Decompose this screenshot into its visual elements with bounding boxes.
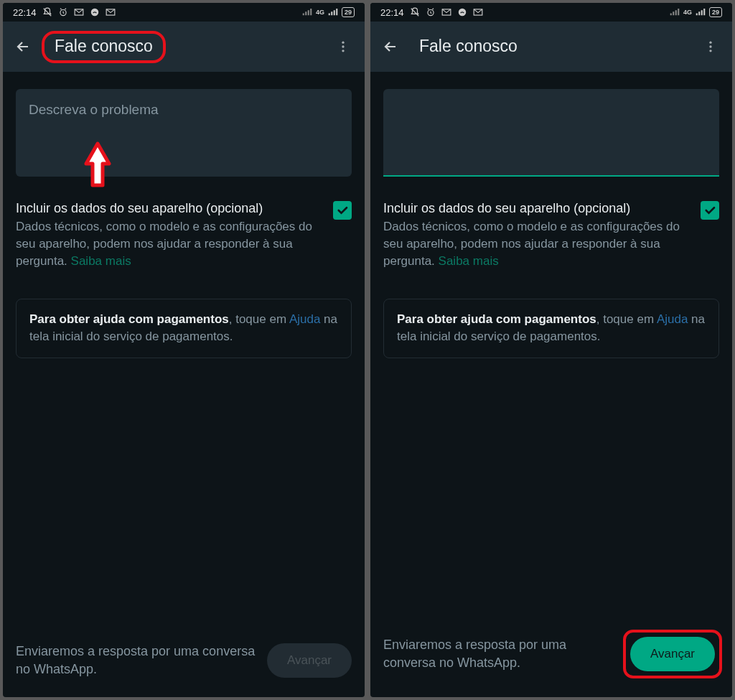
page-title-text: Fale conosco — [42, 31, 166, 63]
phone-screen-left: 22:14 4G 29 Fale conosco Descreva o prob… — [3, 3, 365, 697]
include-device-data-row: Incluir os dados do seu aparelho (opcion… — [383, 177, 719, 270]
input-placeholder: Descreva o problema — [29, 102, 159, 117]
signal-icon-2 — [328, 8, 338, 17]
screen-content: Incluir os dados do seu aparelho (opcion… — [370, 72, 732, 617]
status-bar: 22:14 4G 29 — [370, 3, 732, 22]
screen-content: Descreva o problema Incluir os dados do … — [3, 72, 365, 630]
status-time: 22:14 — [13, 7, 37, 18]
gmail-icon-2 — [106, 8, 116, 17]
footer: Enviaremos a resposta por uma conversa n… — [3, 630, 365, 697]
include-device-checkbox[interactable] — [701, 201, 719, 220]
include-device-checkbox[interactable] — [333, 201, 352, 220]
page-title: Fale conosco — [39, 31, 329, 63]
status-bar: 22:14 4G 29 — [3, 3, 365, 22]
app-bar: Fale conosco — [370, 22, 732, 72]
phone-screen-right: 22:14 4G 29 Fale conosco Incl — [370, 3, 732, 697]
next-button[interactable]: Avançar — [630, 637, 715, 671]
learn-more-link[interactable]: Saiba mais — [71, 254, 131, 268]
mute-icon — [42, 7, 52, 17]
annotation-arrow-icon — [82, 141, 113, 194]
back-button[interactable] — [7, 31, 39, 62]
svg-point-13 — [709, 42, 711, 44]
learn-more-link[interactable]: Saiba mais — [439, 254, 499, 268]
footer: Enviaremos a resposta por uma conversa n… — [370, 617, 732, 697]
svg-point-15 — [709, 50, 711, 52]
network-4g-icon: 4G — [316, 9, 324, 16]
include-device-description: Dados técnicos, como o modelo e as confi… — [16, 218, 324, 269]
app-circle-icon — [90, 7, 100, 17]
status-time: 22:14 — [380, 7, 404, 18]
gmail-icon — [74, 8, 84, 17]
payments-help-card: Para obter ajuda com pagamentos, toque e… — [383, 299, 719, 358]
back-button[interactable] — [375, 31, 406, 62]
alarm-icon — [426, 7, 436, 17]
footer-message: Enviaremos a resposta por uma conversa n… — [383, 636, 612, 672]
signal-icon — [302, 8, 312, 17]
page-title: Fale conosco — [406, 34, 696, 60]
mute-icon — [410, 7, 420, 17]
page-title-text: Fale conosco — [409, 34, 528, 60]
more-options-button[interactable] — [329, 32, 357, 61]
network-4g-icon: 4G — [683, 9, 692, 16]
svg-point-14 — [709, 45, 711, 47]
app-circle-icon — [457, 7, 467, 17]
more-options-button[interactable] — [696, 32, 725, 61]
payments-help-link[interactable]: Ajuda — [289, 312, 320, 326]
battery-indicator: 29 — [342, 7, 355, 17]
signal-icon — [670, 8, 680, 17]
svg-point-6 — [342, 45, 344, 47]
annotation-highlight: Avançar — [623, 630, 722, 678]
problem-description-input[interactable]: Descreva o problema — [16, 89, 352, 177]
payments-help-card: Para obter ajuda com pagamentos, toque e… — [16, 299, 352, 358]
footer-message: Enviaremos a resposta por uma conversa n… — [16, 643, 256, 678]
problem-description-input[interactable] — [383, 89, 719, 177]
gmail-icon-2 — [473, 8, 483, 17]
include-device-title: Incluir os dados do seu aparelho (opcion… — [383, 200, 692, 217]
svg-point-7 — [342, 50, 344, 52]
include-device-description: Dados técnicos, como o modelo e as confi… — [383, 218, 692, 269]
include-device-data-row: Incluir os dados do seu aparelho (opcion… — [16, 177, 352, 270]
include-device-title: Incluir os dados do seu aparelho (opcion… — [16, 200, 324, 217]
app-bar: Fale conosco — [3, 22, 365, 72]
signal-icon-2 — [696, 8, 706, 17]
battery-indicator: 29 — [709, 7, 722, 17]
alarm-icon — [58, 7, 68, 17]
next-button[interactable]: Avançar — [267, 643, 352, 678]
payments-help-link[interactable]: Ajuda — [657, 312, 688, 326]
gmail-icon — [441, 8, 451, 17]
svg-point-5 — [342, 42, 344, 44]
